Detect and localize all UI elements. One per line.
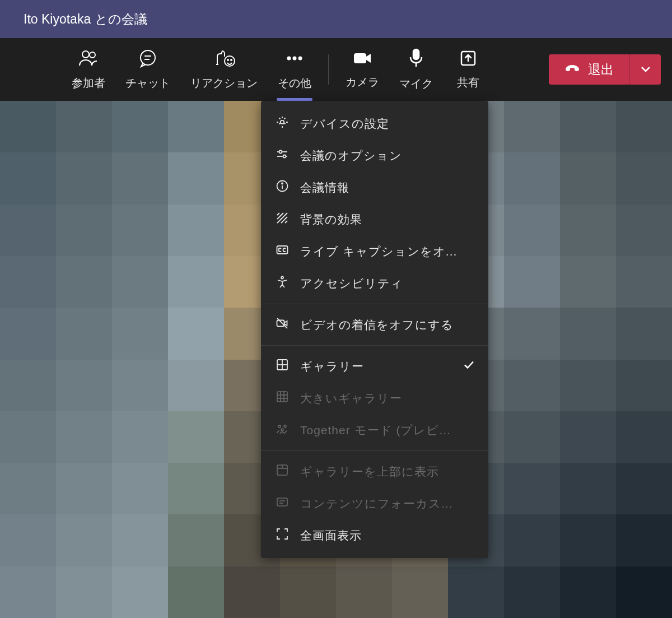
share-button[interactable]: 共有 (443, 38, 493, 101)
camera-label: カメラ (346, 75, 379, 90)
together-icon (276, 422, 289, 438)
more-label: その他 (278, 76, 311, 91)
menu-accessibility[interactable]: アクセシビリティ (261, 267, 488, 299)
svg-point-1 (90, 52, 95, 58)
svg-point-6 (227, 59, 228, 61)
share-label: 共有 (457, 75, 479, 90)
hangup-icon (564, 62, 580, 77)
menu-label: 会議情報 (300, 180, 474, 196)
svg-rect-41 (277, 498, 287, 506)
svg-point-24 (281, 277, 283, 279)
menu-large-gallery: 大きいギャラリー (261, 382, 488, 414)
camera-icon (352, 50, 372, 69)
large-grid-icon (276, 390, 289, 406)
menu-label: コンテンツにフォーカス... (300, 496, 474, 512)
menu-focus-content: コンテンツにフォーカス... (261, 487, 488, 519)
camera-button[interactable]: カメラ (335, 38, 389, 101)
chat-icon (138, 49, 157, 70)
menu-gallery[interactable]: ギャラリー (261, 350, 488, 382)
chat-button[interactable]: チャット (115, 38, 180, 101)
menu-label: ギャラリーを上部に表示 (300, 464, 474, 480)
gallery-top-icon (276, 463, 289, 480)
svg-point-35 (278, 425, 281, 428)
svg-point-36 (284, 425, 286, 428)
mic-button[interactable]: マイク (389, 38, 443, 101)
svg-rect-30 (277, 392, 287, 402)
leave-label: 退出 (588, 61, 614, 78)
meeting-title: Ito Kiyotaka との会議 (24, 11, 147, 28)
menu-label: アクセシビリティ (300, 276, 474, 291)
focus-icon (276, 495, 289, 512)
svg-point-19 (283, 155, 286, 158)
menu-label: 全画面表示 (300, 528, 474, 543)
grid-icon (276, 358, 289, 374)
info-icon (276, 179, 289, 196)
svg-rect-12 (413, 49, 419, 59)
menu-label: Together モード (プレビ... (300, 422, 474, 438)
menu-device-settings[interactable]: デバイスの設定 (261, 108, 488, 140)
menu-label: 背景の効果 (300, 212, 474, 227)
leave-button[interactable]: 退出 (549, 54, 629, 85)
menu-separator (261, 450, 488, 451)
menu-label: ライブ キャプションをオ... (300, 244, 474, 259)
chevron-down-icon (641, 64, 651, 75)
menu-label: デバイスの設定 (300, 116, 474, 132)
gear-icon (276, 115, 289, 132)
reactions-button[interactable]: リアクション (180, 38, 268, 101)
svg-point-0 (82, 51, 89, 58)
more-icon (284, 49, 305, 70)
participants-button[interactable]: 参加者 (62, 38, 115, 101)
svg-point-9 (293, 56, 297, 60)
cc-icon (276, 243, 289, 259)
menu-together-mode: Together モード (プレビ... (261, 414, 488, 446)
svg-point-7 (231, 59, 232, 61)
menu-meeting-info[interactable]: 会議情報 (261, 171, 488, 203)
menu-live-captions[interactable]: ライブ キャプションをオ... (261, 235, 488, 267)
people-icon (78, 49, 99, 70)
menu-gallery-top: ギャラリーを上部に表示 (261, 456, 488, 487)
svg-point-22 (282, 183, 283, 184)
toolbar: 参加者 チャット リアクション その他 (0, 38, 672, 101)
menu-fullscreen[interactable]: 全画面表示 (261, 519, 488, 551)
svg-rect-11 (354, 53, 366, 63)
reactions-icon (213, 49, 235, 70)
menu-label: 会議のオプション (300, 148, 474, 164)
svg-point-2 (141, 50, 155, 65)
check-icon (463, 359, 475, 374)
menu-incoming-video-off[interactable]: ビデオの着信をオフにする (261, 309, 488, 341)
menu-meeting-options[interactable]: 会議のオプション (261, 140, 488, 171)
svg-point-8 (287, 56, 291, 60)
menu-label: ビデオの着信をオフにする (300, 317, 474, 333)
share-icon (459, 49, 477, 69)
mic-label: マイク (399, 76, 433, 91)
reactions-label: リアクション (190, 76, 258, 91)
leave-group: 退出 (549, 54, 661, 85)
svg-point-37 (281, 429, 283, 431)
svg-point-15 (281, 120, 284, 124)
fullscreen-icon (276, 527, 289, 543)
sliders-icon (276, 147, 289, 164)
menu-label: ギャラリー (300, 359, 474, 374)
svg-point-18 (279, 151, 282, 154)
titlebar: Ito Kiyotaka との会議 (0, 0, 672, 38)
video-off-icon (276, 317, 289, 333)
svg-point-10 (298, 56, 302, 60)
menu-separator (261, 304, 488, 304)
more-dropdown: デバイスの設定 会議のオプション 会議情報 背景の効果 ライブ キャプションをオ… (261, 101, 488, 558)
participants-label: 参加者 (72, 76, 105, 91)
leave-dropdown-button[interactable] (629, 54, 661, 85)
menu-separator (261, 345, 488, 346)
mic-icon (408, 48, 424, 71)
menu-label: 大きいギャラリー (300, 391, 474, 406)
more-button[interactable]: その他 (268, 38, 321, 101)
accessibility-icon (276, 275, 289, 291)
chat-label: チャット (125, 76, 170, 91)
toolbar-separator (328, 54, 329, 85)
menu-background-effects[interactable]: 背景の効果 (261, 203, 488, 235)
background-icon (276, 211, 289, 227)
